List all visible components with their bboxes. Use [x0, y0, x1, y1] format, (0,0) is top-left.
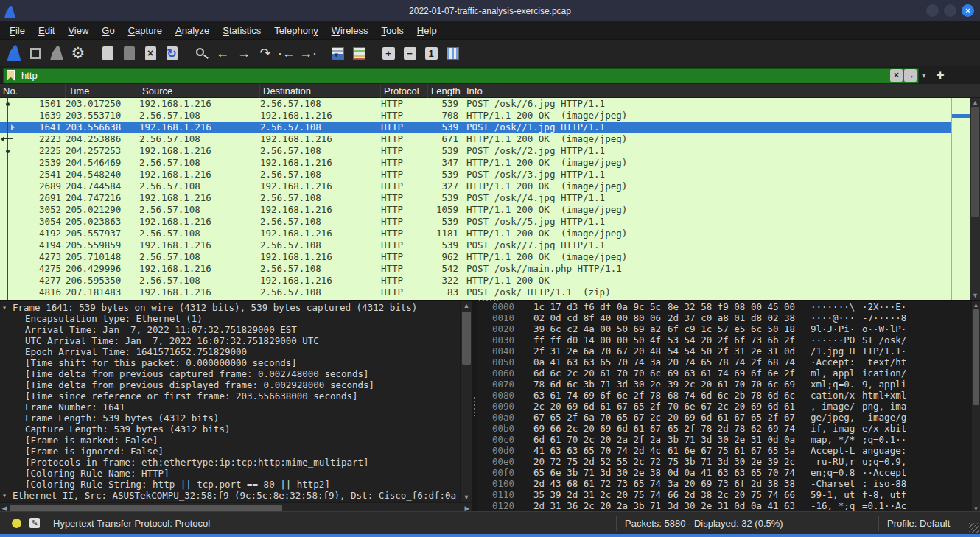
filter-add-button[interactable]: +	[937, 67, 945, 83]
menu-help[interactable]: Help	[410, 23, 444, 38]
detail-line[interactable]: Epoch Arrival Time: 1641571652.751829000	[0, 346, 460, 357]
packet-row-3052[interactable]: 3052205.0212902.56.57.108192.168.1.216HT…	[0, 204, 951, 216]
menu-go[interactable]: Go	[95, 23, 121, 38]
filter-clear-icon[interactable]: ×	[890, 69, 903, 82]
detail-line[interactable]: [Time since reference or first frame: 20…	[0, 390, 460, 401]
scrollbar-thumb[interactable]	[973, 309, 979, 405]
stop-capture-icon[interactable]	[26, 43, 45, 63]
go-first-packet-icon[interactable]: ·←	[277, 43, 296, 63]
column-header-info[interactable]: Info	[463, 84, 980, 98]
minimize-button[interactable]	[926, 4, 939, 17]
hex-row-0070[interactable]: 007078 6d 6c 3b 71 3d 30 2e39 2c 20 61 7…	[477, 379, 980, 390]
expander-icon[interactable]: ▾	[2, 490, 7, 501]
detail-line[interactable]: [Time delta from previous captured frame…	[0, 368, 460, 379]
hex-row-0060[interactable]: 00606d 6c 2c 20 61 70 70 6c69 63 61 74 6…	[477, 368, 980, 379]
detail-line[interactable]: Frame Length: 539 bytes (4312 bits)	[0, 413, 460, 424]
column-header-source[interactable]: Source	[139, 84, 259, 98]
detail-line[interactable]: Arrival Time: Jan 7, 2022 11:07:32.75182…	[0, 324, 460, 335]
packet-row-2225[interactable]: 2225204.257253192.168.1.2162.56.57.108HT…	[0, 145, 951, 157]
column-header-no[interactable]: No.	[0, 84, 65, 98]
packet-row-4277[interactable]: 4277206.5953502.56.57.108192.168.1.216HT…	[0, 275, 951, 287]
packet-row-2691[interactable]: 2691204.747216192.168.1.2162.56.57.108HT…	[0, 192, 951, 204]
hex-row-00d0[interactable]: 00d041 63 63 65 70 74 2d 4c61 6e 67 75 6…	[477, 445, 980, 456]
menu-telephony[interactable]: Telephony	[267, 23, 324, 38]
scrollbar-thumb[interactable]	[971, 107, 979, 217]
start-capture-icon[interactable]	[4, 43, 24, 63]
colorize-packets-icon[interactable]	[328, 43, 347, 63]
detail-line[interactable]: Capture Length: 539 bytes (4312 bits)	[0, 424, 460, 435]
hex-row-0050[interactable]: 00500a 41 63 63 65 70 74 3a20 74 65 78 7…	[477, 357, 980, 368]
detail-line[interactable]: [Time delta from previous displayed fram…	[0, 379, 460, 390]
go-previous-packet-icon[interactable]: ←	[213, 43, 232, 63]
status-profile[interactable]: Profile: Default	[887, 518, 950, 529]
hex-row-0080[interactable]: 008063 61 74 69 6f 6e 2f 7868 74 6d 6c 2…	[477, 390, 980, 401]
detail-line[interactable]: Encapsulation type: Ethernet (1)	[0, 313, 460, 324]
filter-apply-icon[interactable]: →	[904, 69, 917, 82]
packet-row-2689[interactable]: 2689204.7445842.56.57.108192.168.1.216HT…	[0, 180, 951, 192]
detail-line[interactable]: ▾Ethernet II, Src: ASUSTekCOMPU_32:58:f9…	[0, 490, 460, 501]
filter-bookmark-icon[interactable]	[7, 70, 15, 81]
hex-row-0120[interactable]: 01202d 31 36 2c 20 2a 3b 713d 30 2e 31 0…	[477, 500, 980, 511]
resize-grip[interactable]	[969, 523, 979, 533]
packet-row-2539[interactable]: 2539204.5464692.56.57.108192.168.1.216HT…	[0, 157, 951, 169]
packet-row-4192[interactable]: 4192205.5579372.56.57.108192.168.1.216HT…	[0, 228, 951, 239]
menu-wireless[interactable]: Wireless	[325, 23, 375, 38]
filter-history-caret-icon[interactable]: ▾	[922, 71, 926, 80]
packet-list-scrollbar[interactable]: ▲ ▼	[951, 98, 980, 300]
zoom-original-icon[interactable]: 1	[421, 43, 441, 63]
detail-line[interactable]: ▾Frame 1641: 539 bytes on wire (4312 bit…	[0, 302, 460, 313]
close-button[interactable]: ×	[962, 4, 974, 17]
titlebar[interactable]: 2022-01-07-traffic-analysis-exercise.pca…	[0, 0, 980, 21]
packet-row-1641[interactable]: 1641203.556638192.168.1.2162.56.57.108HT…	[0, 122, 951, 133]
menu-edit[interactable]: Edit	[32, 23, 61, 38]
packet-details-pane[interactable]: ▾Frame 1641: 539 bytes on wire (4312 bit…	[0, 301, 472, 513]
packet-row-2541[interactable]: 2541204.548240192.168.1.2162.56.57.108HT…	[0, 169, 951, 180]
packet-bytes-pane[interactable]: 00001c 17 d3 f6 df 0a 9c 5c8e 32 58 f9 0…	[477, 301, 980, 513]
hex-row-00b0[interactable]: 00b069 66 2c 20 69 6d 61 6765 2f 78 2d 7…	[477, 423, 980, 434]
packet-row-4194[interactable]: 4194205.559859192.168.1.2162.56.57.108HT…	[0, 239, 951, 251]
expander-icon[interactable]: ▾	[2, 302, 7, 313]
column-header-destination[interactable]: Destination	[259, 84, 380, 98]
hex-row-00f0[interactable]: 00f065 6e 3b 71 3d 30 2e 380d 0a 41 63 6…	[477, 467, 980, 478]
scroll-down-icon[interactable]: ▼	[970, 291, 980, 300]
reload-file-icon[interactable]: ↻	[162, 43, 181, 63]
hex-row-00c0[interactable]: 00c06d 61 70 2c 20 2a 2f 2a3b 71 3d 30 2…	[477, 434, 980, 445]
detail-line[interactable]: [Coloring Rule String: http || tcp.port …	[0, 479, 460, 490]
packet-row-4273[interactable]: 4273205.7101482.56.57.108192.168.1.216HT…	[0, 251, 951, 263]
packet-row-1501[interactable]: 1501203.017250192.168.1.2162.56.57.108HT…	[0, 98, 951, 110]
pane-splitter[interactable]	[472, 301, 477, 513]
hex-row-00e0[interactable]: 00e020 72 75 2d 52 55 2c 7275 3b 71 3d 3…	[477, 456, 980, 467]
menu-view[interactable]: View	[61, 23, 95, 38]
detail-line[interactable]: [Frame is marked: False]	[0, 435, 460, 446]
save-file-icon[interactable]	[119, 43, 139, 63]
column-header-protocol[interactable]: Protocol	[380, 84, 427, 98]
packet-row-4816[interactable]: 4816207.181483192.168.1.2162.56.57.108HT…	[0, 287, 951, 298]
expert-info-icon[interactable]	[12, 519, 21, 528]
open-file-icon[interactable]	[98, 43, 117, 63]
menu-statistics[interactable]: Statistics	[216, 23, 267, 38]
detail-line[interactable]: [Time shift for this packet: 0.000000000…	[0, 357, 460, 368]
hex-row-0030[interactable]: 0030ff ff d0 14 00 00 50 4f53 54 20 2f 6…	[477, 334, 980, 345]
packet-row-4275[interactable]: 4275206.429996192.168.1.2162.56.57.108HT…	[0, 263, 951, 275]
scroll-up-icon[interactable]: ▲	[970, 98, 980, 107]
zoom-out-icon[interactable]: −	[400, 43, 419, 63]
go-last-packet-icon[interactable]: →·	[298, 43, 318, 63]
detail-line[interactable]: UTC Arrival Time: Jan 7, 2022 16:07:32.7…	[0, 335, 460, 346]
hex-row-0090[interactable]: 00902c 20 69 6d 61 67 65 2f70 6e 67 2c 2…	[477, 401, 980, 412]
display-filter-input[interactable]: http × →	[3, 68, 919, 83]
scroll-down-icon[interactable]: ▼	[461, 493, 472, 502]
hex-row-0040[interactable]: 00402f 31 2e 6a 70 67 20 4854 54 50 2f 3…	[477, 345, 980, 357]
hex-row-0000[interactable]: 00001c 17 d3 f6 df 0a 9c 5c8e 32 58 f9 0…	[477, 301, 980, 312]
column-header-length[interactable]: Length	[427, 84, 463, 98]
column-header-time[interactable]: Time	[65, 84, 139, 98]
scrollbar-thumb[interactable]	[462, 312, 471, 365]
detail-line[interactable]: [Coloring Rule Name: HTTP]	[0, 468, 460, 479]
details-vscrollbar[interactable]: ▲ ▼	[460, 301, 472, 502]
scrollbar-minimap[interactable]	[951, 98, 970, 300]
scroll-up-icon[interactable]: ▲	[972, 302, 980, 309]
packet-row-1639[interactable]: 1639203.5537102.56.57.108192.168.1.216HT…	[0, 110, 951, 122]
hex-row-0020[interactable]: 002039 6c c2 4a 00 50 69 a26f c9 1c 57 e…	[477, 323, 980, 334]
maximize-button[interactable]	[944, 4, 956, 17]
scroll-up-icon[interactable]: ▲	[461, 301, 472, 311]
detail-line[interactable]: [Frame is ignored: False]	[0, 446, 460, 457]
